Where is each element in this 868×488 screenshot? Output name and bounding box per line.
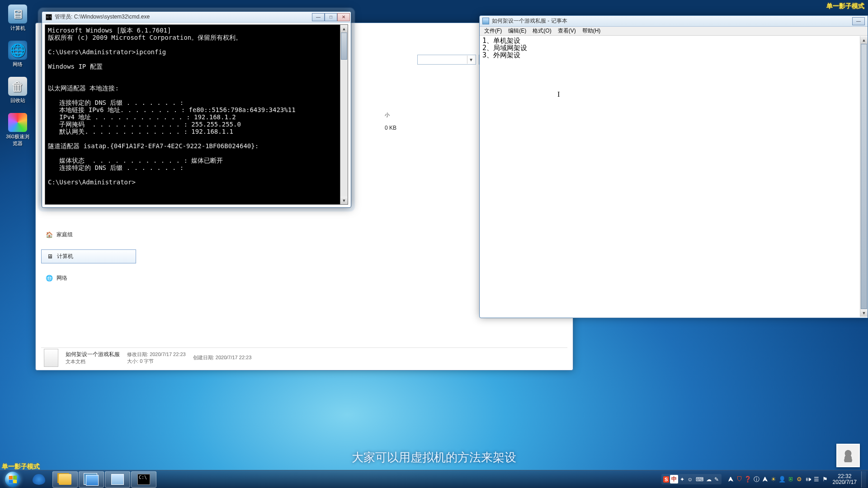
notepad-icon <box>111 474 124 485</box>
scroll-down-icon[interactable]: ▼ <box>340 197 348 204</box>
cmd-icon: C:\ <box>46 14 52 20</box>
cmd-output[interactable]: Microsoft Windows [版本 6.1.7601] 版权所有 (c)… <box>45 25 340 204</box>
cmd-icon: C:\ <box>137 474 150 485</box>
avatar[interactable] <box>836 444 860 467</box>
text-document-icon <box>44 349 58 367</box>
minimize-button[interactable]: — <box>312 13 325 21</box>
text-cursor-icon: I <box>557 90 558 98</box>
recycle-icon: 🗑 <box>8 77 27 96</box>
taskbar-windows[interactable] <box>79 471 104 488</box>
notepad-content[interactable]: 1、单机架设 2、局域网架设 3、外网架设 <box>481 36 860 317</box>
scroll-down-icon[interactable]: ▼ <box>860 309 868 317</box>
ime-item[interactable]: ⌨ <box>695 476 704 483</box>
video-caption: 大家可以用虚拟机的方法来架设 <box>352 450 516 465</box>
computer-icon: 🖥 <box>46 253 53 260</box>
scroll-up-icon[interactable]: ▲ <box>860 36 868 44</box>
volume-icon[interactable]: 🕪 <box>804 475 812 483</box>
notepad-title-bar[interactable]: 如何架设一个游戏私服 - 记事本 — <box>480 16 868 27</box>
desktop-icon-label: 回收站 <box>4 97 32 104</box>
tray-icon[interactable]: ⚙ <box>796 475 803 483</box>
desktop-icon-label: 网络 <box>4 61 32 68</box>
tray-icon[interactable]: ☀ <box>770 475 778 483</box>
scroll-thumb[interactable] <box>861 44 867 309</box>
taskbar-notepad[interactable] <box>105 471 130 488</box>
tray-icon[interactable]: ⛉ <box>736 475 743 483</box>
ime-item[interactable]: ☺ <box>686 476 693 483</box>
action-center-icon[interactable]: ⚑ <box>821 475 829 483</box>
details-filename: 如何架设一个游戏私服 <box>66 351 120 357</box>
windows-logo-icon <box>5 472 20 487</box>
notepad-text-area[interactable]: 1、单机架设 2、局域网架设 3、外网架设 I ▲ ▼ <box>481 36 868 317</box>
desktop-icon-label: 计算机 <box>4 25 32 32</box>
menu-format[interactable]: 格式(O) <box>530 26 554 36</box>
tray-icon[interactable]: 👤 <box>778 475 786 483</box>
scrollbar[interactable]: ▲ ▼ <box>860 36 868 317</box>
address-bar[interactable]: ▾ <box>417 55 476 65</box>
user-icon <box>841 449 855 462</box>
tray-icon[interactable]: ⛨ <box>787 475 795 483</box>
cmd-title-bar[interactable]: C:\ 管理员: C:\Windows\system32\cmd.exe — □… <box>42 12 351 23</box>
sidebar-item-label: 家庭组 <box>57 231 73 239</box>
ime-toolbar[interactable]: S 中 ✦ ☺ ⌨ ☁ ✎ <box>661 474 722 484</box>
browser-360-icon <box>8 113 27 132</box>
details-pane: 如何架设一个游戏私服 文本文档 修改日期: 2020/7/17 22:23 大小… <box>41 347 567 367</box>
maximize-button[interactable]: □ <box>325 13 337 21</box>
cmd-body[interactable]: Microsoft Windows [版本 6.1.7601] 版权所有 (c)… <box>45 24 348 205</box>
clock-date: 2020/7/17 <box>833 479 857 485</box>
file-row-size: 0 KB <box>385 125 396 131</box>
taskbar-shield[interactable] <box>26 471 52 488</box>
menu-help[interactable]: 帮助(H) <box>580 26 604 36</box>
close-button[interactable]: ✕ <box>337 13 350 21</box>
tray-show-hidden-icon[interactable]: ⮝ <box>761 475 769 483</box>
menu-file[interactable]: 文件(F) <box>481 26 505 36</box>
network-tray-icon[interactable]: ☰ <box>813 475 821 483</box>
taskbar-explorer[interactable] <box>52 471 78 488</box>
tray-icon[interactable]: ⓘ <box>753 475 760 483</box>
show-desktop-button[interactable] <box>861 471 866 488</box>
ime-lang[interactable]: 中 <box>670 475 678 483</box>
sidebar-item-label: 计算机 <box>57 253 73 260</box>
folder-icon <box>59 474 71 485</box>
desktop-icon-recycle[interactable]: 🗑 回收站 <box>4 77 32 104</box>
scrollbar[interactable]: ▲ ▼ <box>340 25 348 204</box>
shield-icon <box>33 474 45 485</box>
menu-edit[interactable]: 编辑(E) <box>505 26 529 36</box>
minimize-button[interactable]: — <box>852 17 865 25</box>
desktop-icon-label: 360极速浏览器 <box>4 133 32 147</box>
cmd-window[interactable]: C:\ 管理员: C:\Windows\system32\cmd.exe — □… <box>42 11 351 208</box>
details-filetype: 文本文档 <box>66 359 85 364</box>
taskbar-clock[interactable]: 22:32 2020/7/17 <box>830 474 859 485</box>
desktop-icon-360browser[interactable]: 360极速浏览器 <box>4 113 32 147</box>
ime-item[interactable]: ✎ <box>713 476 720 483</box>
notepad-icon <box>482 18 489 24</box>
menu-view[interactable]: 查看(V) <box>555 26 579 36</box>
network-icon: 🌐 <box>8 41 27 60</box>
tray-icon[interactable]: ⮝ <box>727 475 735 483</box>
scroll-thumb[interactable] <box>341 33 347 60</box>
scroll-up-icon[interactable]: ▲ <box>340 25 348 33</box>
system-tray: S 中 ✦ ☺ ⌨ ☁ ✎ ⮝ ⛉ ❓ ⓘ ⮝ ☀ 👤 ⛨ ⚙ 🕪 ☰ ⚑ 22… <box>661 471 867 488</box>
homegroup-icon: 🏠 <box>46 231 53 239</box>
column-header-size[interactable]: 小 <box>385 112 390 118</box>
taskbar-cmd[interactable]: C:\ <box>131 471 156 488</box>
sidebar-item-label: 网络 <box>57 274 67 282</box>
desktop-icon-computer[interactable]: 🖥 计算机 <box>4 5 32 32</box>
tray-icon[interactable]: ❓ <box>744 475 752 483</box>
explorer-sidebar: 🏠 家庭组 🖥 计算机 🌐 网络 <box>41 228 136 352</box>
sidebar-item-network[interactable]: 🌐 网络 <box>41 272 136 285</box>
shadow-mode-indicator: 单一影子模式 <box>826 2 864 10</box>
start-button[interactable] <box>1 471 24 488</box>
network-icon: 🌐 <box>46 275 53 282</box>
ime-brand-icon[interactable]: S <box>663 476 669 483</box>
address-dropdown-icon[interactable]: ▾ <box>467 56 474 64</box>
notepad-menu-bar: 文件(F) 编辑(E) 格式(O) 查看(V) 帮助(H) <box>480 27 868 36</box>
desktop-icon-network[interactable]: 🌐 网络 <box>4 41 32 68</box>
taskbar: C:\ S 中 ✦ ☺ ⌨ ☁ ✎ ⮝ ⛉ ❓ ⓘ ⮝ ☀ 👤 ⛨ ⚙ 🕪 ☰ … <box>0 470 868 488</box>
notepad-window[interactable]: 如何架设一个游戏私服 - 记事本 — 文件(F) 编辑(E) 格式(O) 查看(… <box>479 15 868 318</box>
sidebar-item-homegroup[interactable]: 🏠 家庭组 <box>41 228 136 241</box>
ime-item[interactable]: ☁ <box>705 476 712 483</box>
ime-item[interactable]: ✦ <box>679 476 685 483</box>
sidebar-item-computer[interactable]: 🖥 计算机 <box>41 249 136 263</box>
notepad-window-title: 如何架设一个游戏私服 - 记事本 <box>492 17 852 25</box>
clock-time: 22:32 <box>833 474 857 479</box>
